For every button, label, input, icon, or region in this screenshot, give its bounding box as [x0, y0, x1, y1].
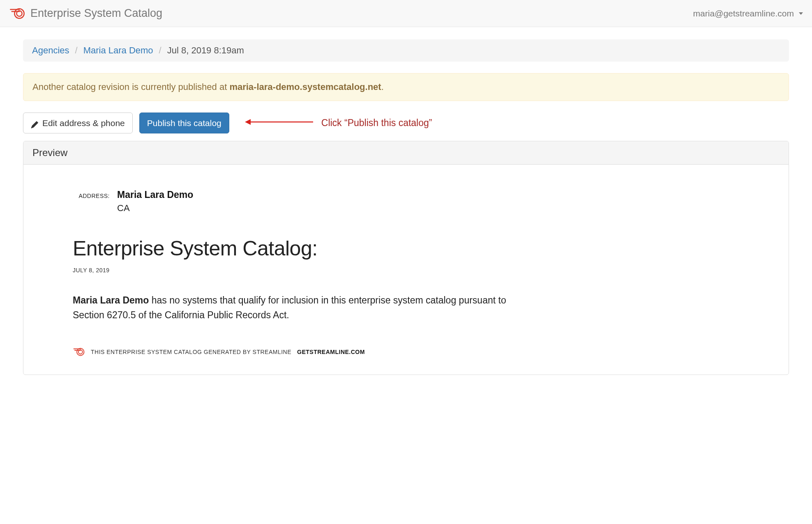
- annotation-text: Click “Publish this catalog”: [321, 117, 432, 129]
- catalog-body-agency: Maria Lara Demo: [73, 295, 149, 306]
- brand[interactable]: Enterprise System Catalog: [9, 5, 162, 22]
- caret-down-icon: [799, 12, 803, 15]
- edit-address-phone-button[interactable]: Edit address & phone: [23, 113, 133, 133]
- brand-text: Enterprise System Catalog: [30, 7, 162, 20]
- footer-credit-text: THIS ENTERPRISE SYSTEM CATALOG GENERATED…: [91, 349, 291, 355]
- footer-credit-link[interactable]: GETSTREAMLINE.COM: [297, 349, 365, 355]
- pencil-icon: [31, 120, 38, 127]
- agency-name: Maria Lara Demo: [117, 189, 193, 200]
- breadcrumb-separator: /: [75, 45, 78, 56]
- user-email: maria@getstreamline.com: [693, 9, 794, 18]
- edit-button-label: Edit address & phone: [42, 117, 125, 129]
- agency-state: CA: [117, 203, 739, 214]
- svg-point-0: [14, 9, 24, 18]
- preview-panel: Preview ADDRESS: Maria Lara Demo CA Ente…: [23, 141, 789, 375]
- alert-domain: maria-lara-demo.systemcatalog.net: [229, 82, 381, 92]
- catalog-footer: THIS ENTERPRISE SYSTEM CATALOG GENERATED…: [73, 346, 739, 358]
- alert-suffix: .: [381, 82, 384, 92]
- catalog-date: JULY 8, 2019: [73, 267, 739, 273]
- breadcrumb: Agencies / Maria Lara Demo / Jul 8, 2019…: [23, 39, 789, 62]
- preview-panel-heading: Preview: [23, 141, 789, 165]
- action-row: Edit address & phone Publish this catalo…: [23, 113, 789, 133]
- published-elsewhere-alert: Another catalog revision is currently pu…: [23, 73, 789, 101]
- swirl-logo-small-icon: [73, 346, 85, 358]
- catalog-body: Maria Lara Demo has no systems that qual…: [73, 293, 517, 322]
- arrow-left-icon: [244, 117, 314, 129]
- swirl-logo-icon: [9, 5, 25, 22]
- instruction-annotation: Click “Publish this catalog”: [244, 117, 432, 129]
- preview-panel-body: ADDRESS: Maria Lara Demo CA Enterprise S…: [23, 165, 789, 374]
- breadcrumb-link-agencies[interactable]: Agencies: [32, 45, 69, 56]
- breadcrumb-separator: /: [159, 45, 161, 56]
- svg-point-4: [77, 348, 84, 356]
- publish-button-label: Publish this catalog: [147, 117, 221, 129]
- page-container: Agencies / Maria Lara Demo / Jul 8, 2019…: [12, 27, 800, 375]
- publish-catalog-button[interactable]: Publish this catalog: [139, 113, 229, 133]
- breadcrumb-link-agency[interactable]: Maria Lara Demo: [83, 45, 153, 56]
- user-menu[interactable]: maria@getstreamline.com: [693, 9, 803, 18]
- alert-prefix: Another catalog revision is currently pu…: [32, 82, 229, 92]
- svg-marker-3: [245, 119, 251, 125]
- catalog-title: Enterprise System Catalog:: [73, 237, 739, 260]
- navbar: Enterprise System Catalog maria@getstrea…: [0, 0, 812, 27]
- address-label: ADDRESS:: [73, 193, 110, 199]
- breadcrumb-current: Jul 8, 2019 8:19am: [167, 45, 244, 56]
